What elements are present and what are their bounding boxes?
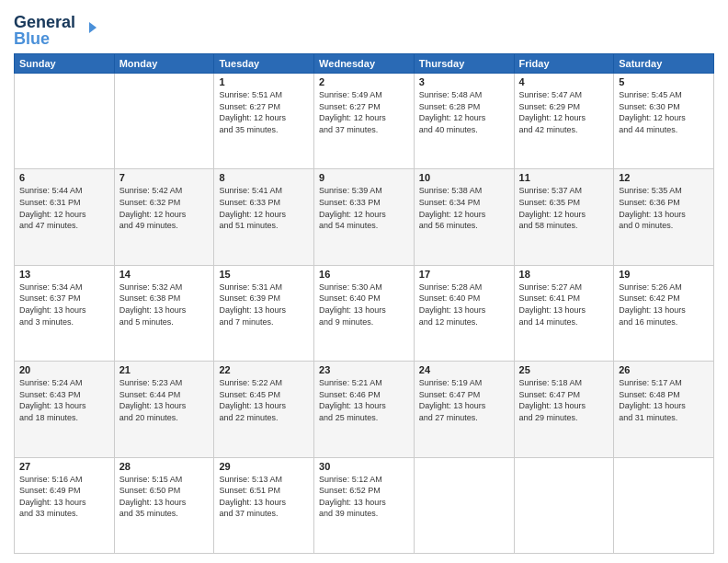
- calendar-cell: 9Sunrise: 5:39 AM Sunset: 6:33 PM Daylig…: [314, 169, 415, 265]
- calendar-cell: [614, 457, 714, 553]
- weekday-header-row: SundayMondayTuesdayWednesdayThursdayFrid…: [15, 54, 714, 74]
- calendar-cell: 12Sunrise: 5:35 AM Sunset: 6:36 PM Dayli…: [614, 169, 714, 265]
- week-row-3: 13Sunrise: 5:34 AM Sunset: 6:37 PM Dayli…: [15, 265, 714, 361]
- day-number: 20: [19, 364, 109, 375]
- calendar-cell: 3Sunrise: 5:48 AM Sunset: 6:28 PM Daylig…: [414, 74, 514, 169]
- day-number: 10: [419, 172, 509, 183]
- calendar-cell: 20Sunrise: 5:24 AM Sunset: 6:43 PM Dayli…: [15, 362, 115, 457]
- calendar-cell: 14Sunrise: 5:32 AM Sunset: 6:38 PM Dayli…: [114, 265, 214, 361]
- day-info: Sunrise: 5:27 AM Sunset: 6:41 PM Dayligh…: [519, 282, 609, 327]
- day-info: Sunrise: 5:28 AM Sunset: 6:40 PM Dayligh…: [419, 282, 509, 327]
- calendar-cell: 10Sunrise: 5:38 AM Sunset: 6:34 PM Dayli…: [414, 169, 514, 265]
- calendar-cell: 11Sunrise: 5:37 AM Sunset: 6:35 PM Dayli…: [514, 169, 614, 265]
- day-number: 14: [119, 269, 210, 280]
- calendar-cell: 17Sunrise: 5:28 AM Sunset: 6:40 PM Dayli…: [414, 265, 514, 361]
- page-container: General Blue SundayMondayTuesdayWednesda…: [0, 0, 728, 563]
- weekday-header-wednesday: Wednesday: [314, 54, 415, 74]
- day-info: Sunrise: 5:42 AM Sunset: 6:32 PM Dayligh…: [119, 185, 210, 231]
- calendar-cell: 26Sunrise: 5:17 AM Sunset: 6:48 PM Dayli…: [614, 362, 714, 457]
- day-info: Sunrise: 5:15 AM Sunset: 6:50 PM Dayligh…: [119, 474, 210, 520]
- day-number: 2: [319, 76, 409, 87]
- calendar-cell: 6Sunrise: 5:44 AM Sunset: 6:31 PM Daylig…: [15, 169, 115, 265]
- logo: General Blue: [14, 9, 97, 46]
- day-info: Sunrise: 5:17 AM Sunset: 6:48 PM Dayligh…: [619, 377, 709, 423]
- day-info: Sunrise: 5:22 AM Sunset: 6:45 PM Dayligh…: [219, 377, 309, 423]
- day-number: 28: [119, 461, 210, 472]
- day-number: 13: [19, 269, 109, 280]
- week-row-5: 27Sunrise: 5:16 AM Sunset: 6:49 PM Dayli…: [15, 457, 714, 553]
- day-number: 17: [419, 269, 509, 280]
- day-number: 3: [419, 76, 509, 87]
- day-number: 22: [219, 364, 309, 375]
- calendar-cell: 22Sunrise: 5:22 AM Sunset: 6:45 PM Dayli…: [214, 362, 314, 457]
- day-info: Sunrise: 5:48 AM Sunset: 6:28 PM Dayligh…: [419, 89, 509, 135]
- weekday-header-monday: Monday: [114, 54, 214, 74]
- day-info: Sunrise: 5:12 AM Sunset: 6:52 PM Dayligh…: [319, 474, 409, 520]
- calendar-cell: [514, 457, 614, 553]
- day-number: 24: [419, 364, 509, 375]
- calendar-cell: 2Sunrise: 5:49 AM Sunset: 6:27 PM Daylig…: [314, 74, 415, 169]
- day-info: Sunrise: 5:19 AM Sunset: 6:47 PM Dayligh…: [419, 377, 509, 423]
- day-number: 12: [619, 172, 709, 183]
- day-number: 9: [319, 172, 409, 183]
- day-number: 21: [119, 364, 210, 375]
- calendar-cell: [15, 74, 115, 169]
- day-info: Sunrise: 5:26 AM Sunset: 6:42 PM Dayligh…: [619, 282, 709, 327]
- day-info: Sunrise: 5:35 AM Sunset: 6:36 PM Dayligh…: [619, 185, 709, 231]
- calendar-cell: 18Sunrise: 5:27 AM Sunset: 6:41 PM Dayli…: [514, 265, 614, 361]
- calendar-cell: 30Sunrise: 5:12 AM Sunset: 6:52 PM Dayli…: [314, 457, 415, 553]
- calendar-cell: 23Sunrise: 5:21 AM Sunset: 6:46 PM Dayli…: [314, 362, 415, 457]
- calendar-cell: 13Sunrise: 5:34 AM Sunset: 6:37 PM Dayli…: [15, 265, 115, 361]
- calendar-cell: 29Sunrise: 5:13 AM Sunset: 6:51 PM Dayli…: [214, 457, 314, 553]
- svg-marker-2: [89, 22, 97, 33]
- calendar-cell: 7Sunrise: 5:42 AM Sunset: 6:32 PM Daylig…: [114, 169, 214, 265]
- day-info: Sunrise: 5:21 AM Sunset: 6:46 PM Dayligh…: [319, 377, 409, 423]
- calendar-table: SundayMondayTuesdayWednesdayThursdayFrid…: [14, 53, 714, 554]
- day-number: 16: [319, 269, 409, 280]
- calendar-cell: [414, 457, 514, 553]
- calendar-cell: 15Sunrise: 5:31 AM Sunset: 6:39 PM Dayli…: [214, 265, 314, 361]
- day-number: 15: [219, 269, 309, 280]
- calendar-cell: 28Sunrise: 5:15 AM Sunset: 6:50 PM Dayli…: [114, 457, 214, 553]
- day-info: Sunrise: 5:31 AM Sunset: 6:39 PM Dayligh…: [219, 282, 309, 327]
- day-info: Sunrise: 5:24 AM Sunset: 6:43 PM Dayligh…: [19, 377, 109, 423]
- day-info: Sunrise: 5:18 AM Sunset: 6:47 PM Dayligh…: [519, 377, 609, 423]
- day-number: 4: [519, 76, 609, 87]
- day-info: Sunrise: 5:38 AM Sunset: 6:34 PM Dayligh…: [419, 185, 509, 231]
- weekday-header-tuesday: Tuesday: [214, 54, 314, 74]
- day-number: 19: [619, 269, 709, 280]
- day-number: 26: [619, 364, 709, 375]
- svg-text:General: General: [14, 13, 75, 31]
- calendar-cell: 4Sunrise: 5:47 AM Sunset: 6:29 PM Daylig…: [514, 74, 614, 169]
- header: General Blue: [14, 9, 714, 46]
- weekday-header-saturday: Saturday: [614, 54, 714, 74]
- day-number: 25: [519, 364, 609, 375]
- day-info: Sunrise: 5:41 AM Sunset: 6:33 PM Dayligh…: [219, 185, 309, 231]
- day-number: 7: [119, 172, 210, 183]
- day-info: Sunrise: 5:16 AM Sunset: 6:49 PM Dayligh…: [19, 474, 109, 520]
- day-number: 1: [219, 76, 309, 87]
- day-number: 29: [219, 461, 309, 472]
- weekday-header-friday: Friday: [514, 54, 614, 74]
- weekday-header-sunday: Sunday: [15, 54, 115, 74]
- weekday-header-thursday: Thursday: [414, 54, 514, 74]
- calendar-cell: 25Sunrise: 5:18 AM Sunset: 6:47 PM Dayli…: [514, 362, 614, 457]
- calendar-cell: 19Sunrise: 5:26 AM Sunset: 6:42 PM Dayli…: [614, 265, 714, 361]
- week-row-1: 1Sunrise: 5:51 AM Sunset: 6:27 PM Daylig…: [15, 74, 714, 169]
- day-number: 8: [219, 172, 309, 183]
- day-info: Sunrise: 5:47 AM Sunset: 6:29 PM Dayligh…: [519, 89, 609, 135]
- day-number: 27: [19, 461, 109, 472]
- day-info: Sunrise: 5:49 AM Sunset: 6:27 PM Dayligh…: [319, 89, 409, 135]
- calendar-cell: 8Sunrise: 5:41 AM Sunset: 6:33 PM Daylig…: [214, 169, 314, 265]
- day-info: Sunrise: 5:37 AM Sunset: 6:35 PM Dayligh…: [519, 185, 609, 231]
- calendar-cell: 24Sunrise: 5:19 AM Sunset: 6:47 PM Dayli…: [414, 362, 514, 457]
- day-info: Sunrise: 5:13 AM Sunset: 6:51 PM Dayligh…: [219, 474, 309, 520]
- day-number: 23: [319, 364, 409, 375]
- day-info: Sunrise: 5:34 AM Sunset: 6:37 PM Dayligh…: [19, 282, 109, 327]
- day-info: Sunrise: 5:23 AM Sunset: 6:44 PM Dayligh…: [119, 377, 210, 423]
- svg-text:Blue: Blue: [14, 29, 50, 46]
- calendar-cell: [114, 74, 214, 169]
- day-number: 11: [519, 172, 609, 183]
- day-number: 30: [319, 461, 409, 472]
- calendar-cell: 16Sunrise: 5:30 AM Sunset: 6:40 PM Dayli…: [314, 265, 415, 361]
